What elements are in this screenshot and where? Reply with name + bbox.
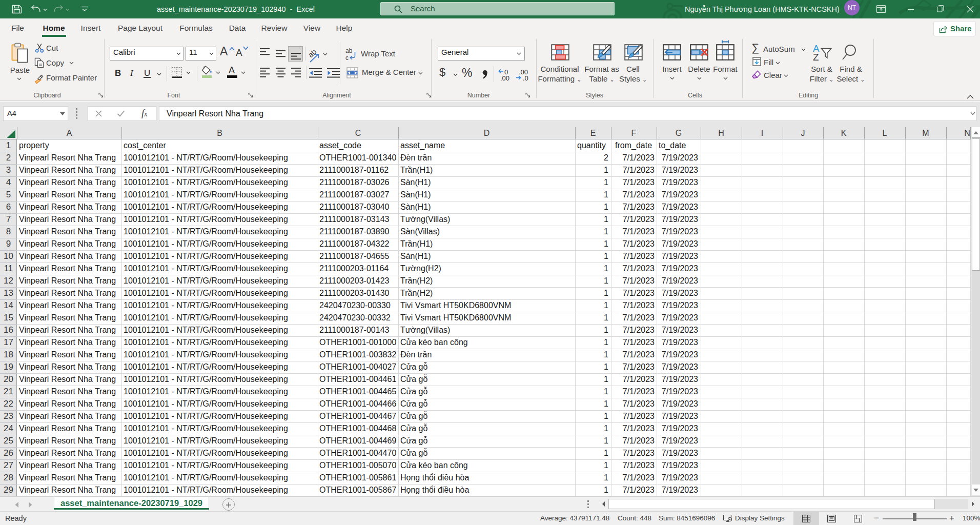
svg-text:ab: ab xyxy=(345,48,353,54)
svg-text:.00: .00 xyxy=(500,74,509,82)
svg-text:c: c xyxy=(345,54,349,61)
svg-text:Z: Z xyxy=(813,52,819,61)
